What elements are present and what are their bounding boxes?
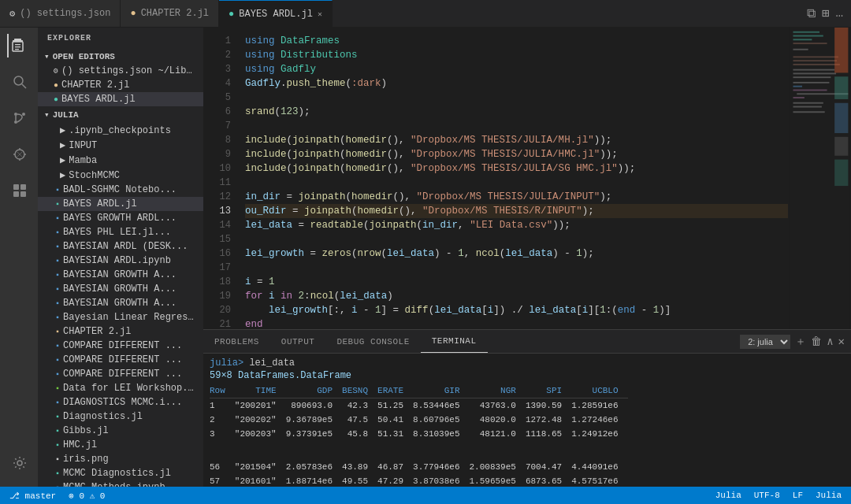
search-icon[interactable] xyxy=(7,70,31,94)
code-content[interactable]: using DataFrames using Distributions usi… xyxy=(239,28,788,329)
layout-icon[interactable]: ⊞ xyxy=(822,6,830,21)
bayes-ardl-jl-icon: ▪ xyxy=(55,200,60,209)
svg-rect-14 xyxy=(20,184,26,190)
settings-icon[interactable] xyxy=(7,455,31,479)
terminal-content[interactable]: julia> lei_data 59×8 DataFrames.DataFram… xyxy=(203,354,851,487)
sidebar-item-badl[interactable]: ▪ BADL-SGHMC Notebo... xyxy=(38,183,203,197)
open-editors-header[interactable]: ▾ OPEN EDITORS xyxy=(38,49,203,64)
close-panel-icon[interactable]: ✕ xyxy=(838,335,845,348)
open-editor-bayes-ardl-label: BAYES ARDL.jl xyxy=(61,94,136,105)
sidebar-item-chapter2-jl[interactable]: ▪ CHAPTER 2.jl xyxy=(38,324,203,339)
svg-rect-23 xyxy=(793,49,808,50)
code-line-1: using DataFrames xyxy=(245,34,788,48)
sidebar-item-growth-ardl[interactable]: ▪ BAYES GROWTH ARDL... xyxy=(38,211,203,225)
more-icon[interactable]: … xyxy=(835,6,843,20)
sidebar-item-mcmc-diag[interactable]: ▪ MCMC Diagnostics.jl xyxy=(38,466,203,480)
debug-icon[interactable] xyxy=(7,143,31,166)
tab-close-icon[interactable]: ✕ xyxy=(318,9,322,19)
encoding-status[interactable]: UTF-8 xyxy=(751,491,783,500)
sidebar-item-bay-linear[interactable]: ▪ Bayesian Linear Regres... xyxy=(38,310,203,324)
svg-rect-5 xyxy=(15,49,19,50)
panel-tabs: PROBLEMS OUTPUT DEBUG CONSOLE TERMINAL 2… xyxy=(203,330,851,354)
tab-actions: ⧉ ⊞ … xyxy=(807,6,851,21)
sidebar-scroll[interactable]: ▾ OPEN EDITORS ⚙ () settings.json ~/Libr… xyxy=(38,49,203,487)
folder-icon: ▶ xyxy=(60,124,65,136)
bay-growth-a3-icon: ▪ xyxy=(55,299,60,308)
sidebar-item-bay-ardl-desk[interactable]: ▪ BAYESIAN ARDL (DESK... xyxy=(38,239,203,254)
tab-settings[interactable]: ⚙ () settings.json xyxy=(0,0,121,27)
tab-bar: ⚙ () settings.json ● CHAPTER 2.jl ● BAYE… xyxy=(0,0,851,28)
code-line-17 xyxy=(245,261,788,275)
open-editor-settings-label: () settings.json ~/Libra... xyxy=(61,65,197,76)
sidebar-item-bayes-ardl-jl[interactable]: ▪ BAYES ARDL.jl xyxy=(38,197,203,211)
sidebar-item-mamba[interactable]: ▶ Mamba xyxy=(38,153,203,168)
svg-rect-19 xyxy=(793,32,819,33)
language-status[interactable]: Julia xyxy=(812,491,845,500)
errors-count[interactable]: ⊗ 0 ⚠ 0 xyxy=(65,491,108,501)
line-ending-status[interactable]: LF xyxy=(790,491,806,500)
svg-rect-16 xyxy=(20,191,26,197)
svg-line-7 xyxy=(22,84,26,88)
tab-problems[interactable]: PROBLEMS xyxy=(203,330,270,353)
julia-status[interactable]: Julia xyxy=(712,491,745,500)
tab-chapter2[interactable]: ● CHAPTER 2.jl xyxy=(121,0,219,27)
sidebar-item-gibbs[interactable]: ▪ Gibbs.jl xyxy=(38,424,203,438)
sidebar-item-bay-growth-a1[interactable]: ▪ BAYESIAN GROWTH A... xyxy=(38,268,203,282)
sidebar-item-input[interactable]: ▶ INPUT xyxy=(38,138,203,153)
sidebar-item-compare3[interactable]: ▪ COMPARE DIFFERENT ... xyxy=(38,367,203,381)
source-control-icon[interactable] xyxy=(7,106,31,130)
sidebar-item-data-lei[interactable]: ▪ Data for LEI Workshop... xyxy=(38,381,203,395)
bayes-ardl-file-icon: ● xyxy=(54,95,58,104)
sidebar-item-compare1[interactable]: ▪ COMPARE DIFFERENT ... xyxy=(38,339,203,353)
sidebar-item-phl-lei[interactable]: ▪ BAYES PHL LEI.jl... xyxy=(38,225,203,239)
open-editor-settings[interactable]: ⚙ () settings.json ~/Libra... xyxy=(38,64,203,78)
split-editor-icon[interactable]: ⧉ xyxy=(807,6,816,21)
tab-output[interactable]: OUTPUT xyxy=(270,330,326,353)
svg-rect-38 xyxy=(834,28,848,72)
svg-rect-27 xyxy=(793,69,834,71)
sidebar-item-ipynb[interactable]: ▶ .ipynb_checkpoints xyxy=(38,123,203,138)
svg-point-10 xyxy=(22,113,25,116)
svg-point-6 xyxy=(14,76,23,85)
explorer-icon[interactable] xyxy=(7,34,31,57)
julia-section-label: JULIA xyxy=(53,110,79,120)
tab-chapter2-dot: ● xyxy=(130,8,136,19)
sidebar-item-bay-ardl-ipynb[interactable]: ▪ BAYESIAN ARDL.ipynb xyxy=(38,254,203,268)
col-spi: SPI xyxy=(526,384,571,398)
svg-rect-42 xyxy=(834,160,848,187)
open-editor-bayes-ardl[interactable]: ● BAYES ARDL.jl xyxy=(38,92,203,106)
activity-bar xyxy=(0,28,38,487)
sidebar-item-mcmc-methods-ipynb[interactable]: ▪ MCMC Methods.ipynb xyxy=(38,480,203,487)
open-editor-chapter2[interactable]: ● CHAPTER 2.jl xyxy=(38,78,203,92)
bay-growth-a2-icon: ▪ xyxy=(55,285,60,294)
svg-rect-32 xyxy=(793,90,827,91)
folder-icon-3: ▶ xyxy=(60,154,65,166)
extensions-icon[interactable] xyxy=(7,179,31,202)
svg-rect-28 xyxy=(793,72,836,74)
tab-bayes-ardl[interactable]: ● BAYES ARDL.jl ✕ xyxy=(219,0,333,27)
chevron-down-icon: ▾ xyxy=(44,51,50,61)
git-branch[interactable]: ⎇ master xyxy=(6,491,59,501)
table-row: 57 "201601" 1.88714e6 49.55 47.29 3.8703… xyxy=(210,474,628,487)
sidebar-item-bay-growth-a2[interactable]: ▪ BAYESIAN GROWTH A... xyxy=(38,282,203,296)
add-terminal-icon[interactable]: ＋ xyxy=(795,335,806,349)
sidebar-item-hmc[interactable]: ▪ HMC.jl xyxy=(38,438,203,452)
julia-select[interactable]: 2: julia xyxy=(740,335,790,349)
svg-rect-37 xyxy=(793,111,824,113)
tab-bayes-ardl-dot: ● xyxy=(229,9,234,20)
hmc-icon: ▪ xyxy=(55,441,60,450)
sidebar-item-diag-mcmc[interactable]: ▪ DIAGNOSTICS MCMC.i... xyxy=(38,395,203,410)
julia-section-header[interactable]: ▾ JULIA xyxy=(38,106,203,123)
sidebar-item-stoch[interactable]: ▶ StochMCMC xyxy=(38,168,203,183)
sidebar-item-bay-growth-a3[interactable]: ▪ BAYESIAN GROWTH A... xyxy=(38,296,203,310)
code-line-21: end xyxy=(245,317,788,329)
sidebar-item-iris[interactable]: ▪ iris.png xyxy=(38,452,203,466)
tab-terminal[interactable]: TERMINAL xyxy=(421,330,488,353)
sidebar-item-diagnostics[interactable]: ▪ Diagnostics.jl xyxy=(38,410,203,424)
trash-icon[interactable]: 🗑 xyxy=(811,335,822,348)
maximize-panel-icon[interactable]: ∧ xyxy=(827,335,833,348)
sidebar-item-compare2[interactable]: ▪ COMPARE DIFFERENT ... xyxy=(38,353,203,367)
tab-debug-console[interactable]: DEBUG CONSOLE xyxy=(325,330,420,353)
gibbs-icon: ▪ xyxy=(55,427,60,435)
code-line-19: for i in 2:ncol(lei_data) xyxy=(245,289,788,303)
